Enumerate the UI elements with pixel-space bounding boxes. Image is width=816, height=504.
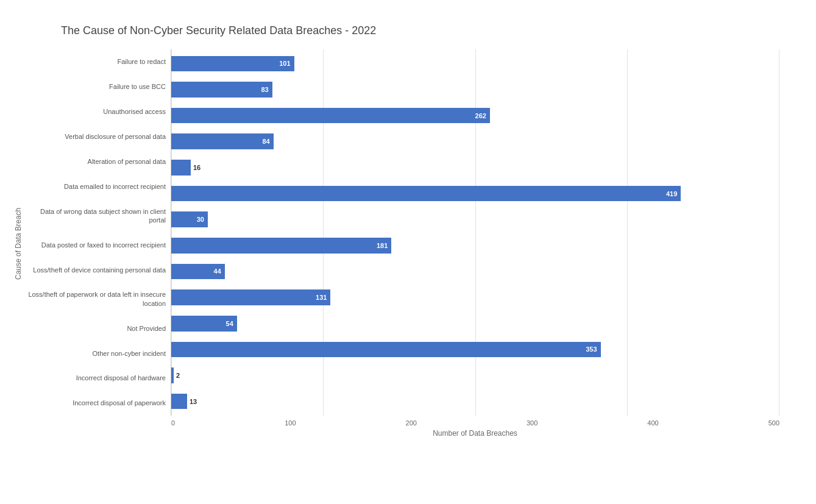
y-labels: Failure to redactFailure to use BCCUnaut… xyxy=(24,49,171,416)
y-label-5: Data emailed to incorrect recipient xyxy=(24,182,171,191)
chart-area: Cause of Data Breach Failure to redactFa… xyxy=(12,49,779,438)
bar-row-3: 84 xyxy=(171,129,779,155)
bar-value-6: 30 xyxy=(194,216,204,223)
bar-row-0: 101 xyxy=(171,51,779,77)
bar-5: 419 xyxy=(171,186,681,202)
bar-value-0: 101 xyxy=(277,60,290,67)
y-label-10: Not Provided xyxy=(24,324,171,333)
y-axis-label: Cause of Data Breach xyxy=(12,49,24,438)
y-label-8: Loss/theft of device containing personal… xyxy=(24,266,171,274)
bar-row-2: 262 xyxy=(171,102,779,129)
bar-10: 54 xyxy=(171,316,237,332)
x-tick-400: 400 xyxy=(647,419,658,427)
bar-1: 83 xyxy=(171,82,272,98)
bar-13: 13 xyxy=(171,394,187,410)
bar-0: 101 xyxy=(171,56,294,72)
bar-row-13: 13 xyxy=(171,388,779,414)
bar-3: 84 xyxy=(171,133,274,149)
bar-value-10: 54 xyxy=(224,320,233,327)
bar-2: 262 xyxy=(171,108,490,124)
plot-area: Failure to redactFailure to use BCCUnaut… xyxy=(24,49,779,416)
y-label-2: Unauthorised access xyxy=(24,107,171,116)
bar-value-9: 131 xyxy=(313,294,327,301)
y-label-7: Data posted or faxed to incorrect recipi… xyxy=(24,241,171,249)
y-label-3: Verbal disclosure of personal data xyxy=(24,132,171,141)
bar-8: 44 xyxy=(171,264,225,280)
bar-value-11: 353 xyxy=(583,346,597,353)
bar-row-11: 353 xyxy=(171,336,779,363)
bar-value-7: 181 xyxy=(374,242,388,249)
chart-title: The Cause of Non-Cyber Security Related … xyxy=(61,24,779,37)
bars-and-grid: 101832628416419301814413154353213 xyxy=(171,49,779,416)
x-axis-label: Number of Data Breaches xyxy=(171,429,779,438)
y-label-11: Other non-cyber incident xyxy=(24,349,171,358)
x-tick-500: 500 xyxy=(768,419,779,427)
bar-value-5: 419 xyxy=(664,190,677,197)
y-label-0: Failure to redact xyxy=(24,57,171,66)
y-label-12: Incorrect disposal of hardware xyxy=(24,374,171,382)
bar-9: 131 xyxy=(171,289,330,305)
x-tick-300: 300 xyxy=(527,419,537,427)
bar-row-10: 54 xyxy=(171,310,779,336)
y-label-13: Incorrect disposal of paperwork xyxy=(24,399,171,407)
bar-value-1: 83 xyxy=(258,86,268,93)
bar-4: 16 xyxy=(171,160,191,176)
bar-row-5: 419 xyxy=(171,180,779,207)
bar-value-4: 16 xyxy=(193,164,200,171)
x-ticks: 0100200300400500 xyxy=(171,419,779,427)
x-tick-200: 200 xyxy=(406,419,417,427)
bar-row-9: 131 xyxy=(171,285,779,311)
bar-row-6: 30 xyxy=(171,207,779,233)
bar-row-12: 2 xyxy=(171,363,779,389)
y-label-1: Failure to use BCC xyxy=(24,82,171,91)
bar-row-8: 44 xyxy=(171,258,779,285)
y-label-4: Alteration of personal data xyxy=(24,157,171,166)
x-tick-100: 100 xyxy=(285,419,296,427)
bar-value-8: 44 xyxy=(211,268,221,275)
bar-value-12: 2 xyxy=(176,372,180,379)
bar-12: 2 xyxy=(171,367,174,383)
x-axis: 0100200300400500 xyxy=(171,416,779,427)
bars-container: 101832628416419301814413154353213 xyxy=(171,49,779,416)
bar-value-2: 262 xyxy=(473,112,486,119)
bar-row-1: 83 xyxy=(171,77,779,103)
bar-7: 181 xyxy=(171,238,391,254)
bar-6: 30 xyxy=(171,211,208,227)
y-label-6: Data of wrong data subject shown in clie… xyxy=(24,207,171,225)
y-label-9: Loss/theft of paperwork or data left in … xyxy=(24,290,171,308)
bar-row-7: 181 xyxy=(171,232,779,258)
bar-value-3: 84 xyxy=(260,138,269,145)
bar-value-13: 13 xyxy=(190,398,197,405)
bar-row-4: 16 xyxy=(171,155,779,181)
chart-inner: Failure to redactFailure to use BCCUnaut… xyxy=(24,49,779,438)
chart-container: The Cause of Non-Cyber Security Related … xyxy=(0,0,816,504)
x-tick-0: 0 xyxy=(171,419,175,427)
bar-11: 353 xyxy=(171,342,601,358)
